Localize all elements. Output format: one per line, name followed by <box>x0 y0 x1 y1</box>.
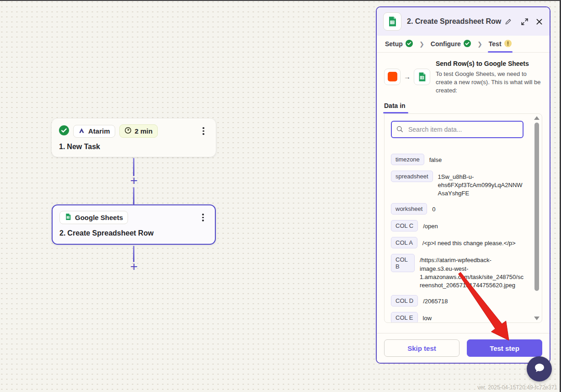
data-field-row: COL E low <box>391 312 524 323</box>
tab-setup-label: Setup <box>385 40 403 48</box>
panel-title: 2. Create Spreadsheet Row <box>407 17 501 26</box>
data-field-row: COL A /<p>I need this change please.</p> <box>391 237 524 248</box>
search-item-data-input[interactable] <box>391 121 524 138</box>
tab-setup[interactable]: Setup <box>384 36 414 52</box>
field-key-pill: COL D <box>391 295 418 306</box>
field-key-pill: COL A <box>391 237 417 248</box>
step-detail-panel: 2. Create Spreadsheet Row Setup ❯ Config… <box>376 6 550 364</box>
data-in-scroll-area: timezone false spreadsheet 1Sw_u8hB-u-eh… <box>384 113 542 323</box>
panel-footer: Skip test Test step <box>377 333 550 363</box>
tab-test[interactable]: Test <box>488 36 513 52</box>
add-step-button-1[interactable]: + <box>128 175 140 187</box>
edit-title-pencil-icon[interactable] <box>505 18 512 25</box>
field-value: /https://atarim-wpfeedback-image.s3.eu-w… <box>420 254 524 290</box>
step-success-check-icon <box>59 125 69 137</box>
chevron-right-icon: ❯ <box>477 41 482 48</box>
app-badge-google-sheets: Google Sheets <box>59 211 128 224</box>
chat-bubble-icon <box>533 362 546 376</box>
data-field-row: COL D /2065718 <box>391 295 524 306</box>
test-action-description: To test Google Sheets, we need to create… <box>436 70 542 95</box>
test-step-button[interactable]: Test step <box>467 339 542 357</box>
step-1-name: New Task <box>67 143 100 150</box>
close-panel-icon[interactable] <box>535 18 543 26</box>
field-value: 1Sw_u8hB-u-ehs6FXpf3TcAm099yLqA2NNWAsaYs… <box>438 171 524 198</box>
field-value: 0 <box>432 203 524 214</box>
field-value: false <box>429 154 524 164</box>
data-field-row: COL B /https://atarim-wpfeedback-image.s… <box>391 254 524 290</box>
test-warning-icon <box>504 40 512 48</box>
data-field-row: COL C /open <box>391 220 524 231</box>
clock-icon <box>124 127 132 135</box>
add-step-button-2[interactable]: + <box>128 261 140 273</box>
data-field-row: spreadsheet 1Sw_u8hB-u-ehs6FXpf3TcAm099y… <box>391 171 524 198</box>
scrollbar-up-arrow-icon[interactable] <box>534 116 540 120</box>
field-key-pill: COL B <box>391 254 415 272</box>
step-1-menu-button[interactable] <box>198 126 208 136</box>
step-1-number: 1. <box>59 143 65 150</box>
tab-test-label: Test <box>489 40 502 48</box>
google-sheets-icon <box>414 69 430 85</box>
field-value: /<p>I need this change please.</p> <box>422 237 524 247</box>
atarim-app-icon <box>384 69 401 85</box>
duration-badge-label: 2 min <box>135 127 153 135</box>
scrollbar-down-arrow-icon[interactable] <box>534 317 540 320</box>
search-icon <box>396 125 404 135</box>
app-badge-label: Google Sheets <box>75 214 123 221</box>
arrow-right-icon: → <box>404 73 411 81</box>
duration-badge: 2 min <box>119 124 158 138</box>
atarim-logo-icon <box>78 127 85 135</box>
app-badge-label: Atarim <box>88 127 110 135</box>
configure-complete-icon <box>464 40 471 48</box>
skip-test-button[interactable]: Skip test <box>384 339 459 357</box>
expand-panel-icon[interactable] <box>520 17 529 26</box>
vertical-scrollbar[interactable] <box>534 116 540 320</box>
tab-data-in[interactable]: Data in <box>384 102 406 113</box>
version-label: ver. 2025-04-15T20:49-fc72e371 <box>477 384 557 391</box>
step-2-number: 2. <box>59 229 65 237</box>
test-tab-content: → Send Row(s) to Google Sheets To test G… <box>377 53 550 333</box>
tab-configure[interactable]: Configure <box>430 36 472 52</box>
connector-line <box>133 187 134 204</box>
field-value: low <box>423 312 524 322</box>
step-tabs: Setup ❯ Configure ❯ Test <box>377 36 550 53</box>
step-2-title: 2.Create Spreadsheet Row <box>59 229 208 237</box>
step-1-title: 1.New Task <box>59 143 208 151</box>
chevron-right-icon: ❯ <box>419 41 424 48</box>
field-value: /open <box>423 220 524 231</box>
tab-configure-label: Configure <box>431 40 461 48</box>
field-key-pill: COL E <box>391 312 418 323</box>
panel-header: 2. Create Spreadsheet Row <box>377 7 550 36</box>
setup-complete-icon <box>406 40 413 48</box>
google-sheets-icon <box>64 213 72 222</box>
field-key-pill: worksheet <box>391 203 427 215</box>
data-field-row: worksheet 0 <box>391 203 524 215</box>
data-field-list: timezone false spreadsheet 1Sw_u8hB-u-eh… <box>391 154 524 323</box>
step-2-name: Create Spreadsheet Row <box>67 229 154 237</box>
window-edge-top <box>0 0 561 1</box>
workflow-step-2-card[interactable]: Google Sheets 2.Create Spreadsheet Row <box>52 204 216 245</box>
workflow-step-1-card[interactable]: Atarim 2 min 1.New Task <box>52 118 216 157</box>
field-key-pill: spreadsheet <box>391 171 433 182</box>
field-key-pill: timezone <box>391 154 424 165</box>
step-2-menu-button[interactable] <box>198 213 208 222</box>
google-sheets-icon <box>383 12 401 31</box>
scrollbar-thumb[interactable] <box>534 123 539 291</box>
data-field-row: timezone false <box>391 154 524 165</box>
app-badge-atarim: Atarim <box>73 125 115 138</box>
test-action-title: Send Row(s) to Google Sheets <box>436 60 542 67</box>
field-value: /2065718 <box>423 295 524 306</box>
chat-support-button[interactable] <box>527 356 552 381</box>
field-key-pill: COL C <box>391 220 418 231</box>
